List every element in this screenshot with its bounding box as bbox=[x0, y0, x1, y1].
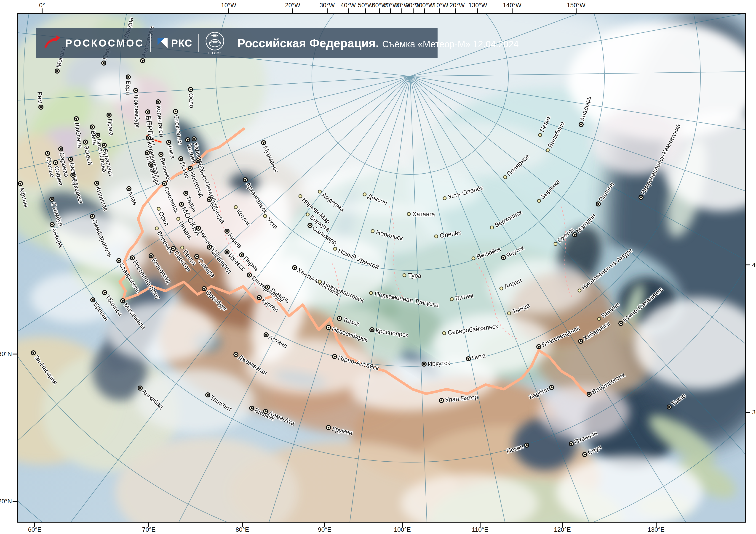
tick-mark bbox=[424, 9, 425, 13]
city-dot-icon bbox=[188, 87, 193, 92]
city-dot-icon bbox=[638, 195, 643, 200]
tick-mark bbox=[348, 9, 349, 13]
city-dot-icon bbox=[326, 325, 331, 330]
city-dot-icon bbox=[196, 158, 201, 163]
tick-label: 40°W bbox=[340, 2, 356, 9]
city-dot-icon bbox=[326, 425, 331, 430]
city-dot-icon bbox=[140, 58, 145, 63]
city-dot-icon bbox=[233, 352, 238, 357]
title-box: Российская Федерация. Съёмка «Метеор-М» … bbox=[237, 36, 519, 50]
city-dot-icon bbox=[524, 443, 529, 448]
city-dot-icon bbox=[180, 246, 184, 250]
city-dot-icon bbox=[39, 105, 43, 110]
city-dot-icon bbox=[68, 157, 73, 162]
city-dot-icon bbox=[70, 173, 75, 178]
city-dot-icon bbox=[126, 186, 131, 191]
city-dot-icon bbox=[188, 166, 193, 171]
tick-label: 110°W bbox=[430, 2, 448, 9]
city-dot-icon bbox=[537, 199, 541, 203]
map-canvas: РимМонакоПарижЛондонБернЛюксембургАмстер… bbox=[17, 13, 746, 522]
city-dot-icon bbox=[369, 291, 373, 295]
city-dot-icon bbox=[371, 229, 375, 233]
city-dot-icon bbox=[145, 150, 150, 155]
city-dot-icon bbox=[196, 226, 201, 231]
city-dot-icon bbox=[205, 393, 210, 397]
tick-label: 60°E bbox=[28, 526, 41, 533]
tick-mark bbox=[746, 265, 750, 266]
city-dot-icon bbox=[156, 99, 161, 104]
city-dot-icon bbox=[249, 406, 254, 411]
city-dot-icon bbox=[257, 295, 262, 300]
header-divider bbox=[199, 34, 199, 52]
city-dot-icon bbox=[500, 287, 503, 291]
tick-label: 40°N bbox=[752, 262, 756, 268]
tick-label: 70°E bbox=[142, 526, 156, 533]
city-dot-icon bbox=[155, 227, 159, 230]
city-dot-icon bbox=[337, 316, 342, 321]
city-dot-icon bbox=[162, 181, 167, 186]
city-dot-icon bbox=[45, 151, 50, 156]
city-dot-icon bbox=[176, 217, 180, 221]
city-dot-icon bbox=[265, 285, 270, 290]
city-dot-icon bbox=[582, 452, 587, 457]
tick-label: 20°N bbox=[0, 498, 12, 505]
tick-label: 30°N bbox=[752, 409, 756, 416]
tick-label: 10°W bbox=[221, 2, 236, 9]
city-label: Хатанга bbox=[412, 210, 435, 218]
city-dot-icon bbox=[243, 177, 248, 182]
city-dot-icon bbox=[332, 354, 337, 359]
header-divider bbox=[150, 34, 151, 52]
city-dot-icon bbox=[83, 140, 88, 144]
city-dot-icon bbox=[618, 321, 623, 326]
tick-label: 120°W bbox=[446, 2, 465, 9]
city-dot-icon bbox=[234, 205, 238, 209]
city-dot-icon bbox=[308, 223, 312, 228]
city-dot-icon bbox=[667, 404, 672, 410]
city-dot-icon bbox=[596, 201, 601, 207]
tick-mark bbox=[228, 9, 229, 13]
city-label: Рим bbox=[36, 91, 44, 104]
tick-label: 110°E bbox=[472, 526, 488, 533]
tick-label: 30°N bbox=[0, 351, 12, 358]
city-dot-icon bbox=[107, 113, 112, 118]
city-dot-icon bbox=[157, 207, 161, 211]
city-dot-icon bbox=[569, 441, 574, 446]
tick-label: 80°E bbox=[236, 526, 249, 533]
city-dot-icon bbox=[403, 273, 406, 277]
city-dot-icon bbox=[138, 386, 143, 391]
tick-label: 130°W bbox=[469, 2, 487, 9]
city-dot-icon bbox=[407, 212, 411, 216]
tick-label: 130°E bbox=[648, 526, 664, 533]
tick-label: 30°W bbox=[320, 2, 335, 9]
city-dot-icon bbox=[192, 136, 197, 141]
city-dot-icon bbox=[263, 214, 267, 218]
city-dot-icon bbox=[95, 133, 100, 138]
city-dot-icon bbox=[501, 255, 506, 260]
city-label: Иркутск bbox=[427, 359, 450, 368]
city-dot-icon bbox=[225, 229, 230, 234]
city-dot-icon bbox=[538, 133, 542, 137]
city-dot-icon bbox=[225, 249, 230, 254]
city-dot-icon bbox=[31, 350, 36, 355]
header-divider bbox=[231, 34, 231, 52]
city-dot-icon bbox=[421, 362, 427, 367]
tick-mark bbox=[379, 9, 380, 13]
satellite-map-poster: РимМонакоПарижЛондонБернЛюксембургАмстер… bbox=[0, 0, 756, 534]
city-dot-icon bbox=[120, 298, 125, 303]
city-dot-icon bbox=[318, 280, 322, 284]
city-dot-icon bbox=[318, 190, 322, 194]
map-title: Российская Федерация. bbox=[237, 36, 379, 50]
city-dot-icon bbox=[207, 244, 212, 250]
tick-label: 140°W bbox=[503, 2, 521, 9]
city-dot-icon bbox=[183, 191, 188, 196]
rks-brand: РКС bbox=[157, 37, 193, 49]
city-dot-icon bbox=[292, 265, 297, 270]
tick-label: 100°E bbox=[394, 526, 411, 533]
city-dot-icon bbox=[434, 235, 438, 239]
city-dot-icon bbox=[549, 385, 554, 390]
city-label: Тура bbox=[408, 271, 421, 280]
tick-label: 120°E bbox=[554, 526, 571, 533]
city-dot-icon bbox=[146, 136, 151, 140]
tick-mark bbox=[13, 354, 17, 354]
city-dot-icon bbox=[126, 74, 131, 80]
